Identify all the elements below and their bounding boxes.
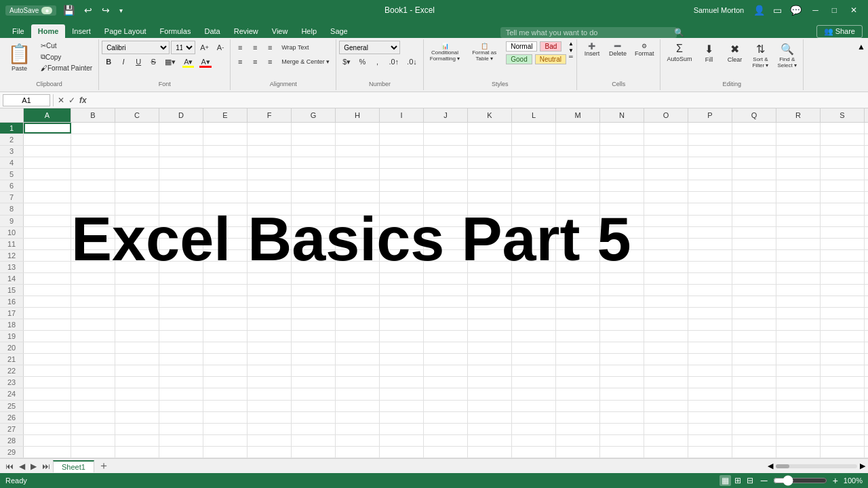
cell-E7[interactable]: [203, 192, 248, 203]
cell-I22[interactable]: [380, 365, 424, 376]
ribbon-collapse[interactable]: ▲: [854, 39, 868, 90]
cell-H4[interactable]: [336, 157, 380, 168]
cell-G3[interactable]: [292, 146, 336, 157]
cell-C6[interactable]: [115, 180, 159, 191]
cell-D16[interactable]: [159, 296, 203, 307]
new-sheet-button[interactable]: ＋: [94, 459, 113, 473]
cell-M27[interactable]: [556, 424, 600, 434]
cell-F3[interactable]: [248, 146, 292, 157]
cell-F15[interactable]: [248, 285, 292, 296]
cell-K1[interactable]: [468, 123, 512, 134]
cell-T26[interactable]: [865, 412, 868, 423]
cell-M18[interactable]: [556, 319, 600, 330]
formula-function-button[interactable]: fx: [78, 96, 88, 105]
cell-P2[interactable]: [688, 134, 732, 145]
cell-T6[interactable]: [865, 180, 868, 191]
cell-O6[interactable]: [644, 180, 688, 191]
cell-L14[interactable]: [512, 273, 556, 284]
cell-T29[interactable]: [865, 447, 868, 458]
cell-F17[interactable]: [248, 308, 292, 319]
cell-B18[interactable]: [71, 319, 115, 330]
cell-Q12[interactable]: [732, 250, 776, 261]
cell-M20[interactable]: [556, 342, 600, 353]
share-button[interactable]: 👥 Share: [816, 25, 863, 38]
cell-E23[interactable]: [203, 377, 248, 388]
percent-button[interactable]: %: [355, 55, 369, 68]
cell-R25[interactable]: [776, 401, 821, 411]
cell-E19[interactable]: [203, 331, 248, 342]
cell-C3[interactable]: [115, 146, 159, 157]
cell-P8[interactable]: [688, 203, 732, 214]
cell-A3[interactable]: [24, 146, 71, 157]
row-num-14[interactable]: 14: [0, 273, 24, 284]
cell-I24[interactable]: [380, 388, 424, 399]
align-top-right-button[interactable]: ≡: [263, 41, 277, 54]
cell-M17[interactable]: [556, 308, 600, 319]
quick-access-dropdown[interactable]: ▾: [117, 5, 125, 16]
cell-N7[interactable]: [600, 192, 644, 203]
cell-A17[interactable]: [24, 308, 71, 319]
cell-E15[interactable]: [203, 285, 248, 296]
ribbon-collapse-button[interactable]: ▲: [857, 42, 865, 52]
cell-N3[interactable]: [600, 146, 644, 157]
cell-L17[interactable]: [512, 308, 556, 319]
cell-L3[interactable]: [512, 146, 556, 157]
cell-B21[interactable]: [71, 354, 115, 365]
cell-A20[interactable]: [24, 342, 71, 353]
cell-E22[interactable]: [203, 365, 248, 376]
cell-O16[interactable]: [644, 296, 688, 307]
cell-E1[interactable]: [203, 123, 248, 134]
cell-T11[interactable]: [865, 239, 868, 249]
cell-R5[interactable]: [776, 169, 821, 180]
cell-Q23[interactable]: [732, 377, 776, 388]
cell-F29[interactable]: [248, 447, 292, 458]
cell-D23[interactable]: [159, 377, 203, 388]
cell-S28[interactable]: [821, 435, 865, 446]
cell-R4[interactable]: [776, 157, 821, 168]
cell-P21[interactable]: [688, 354, 732, 365]
cell-N20[interactable]: [600, 342, 644, 353]
cell-C4[interactable]: [115, 157, 159, 168]
cell-C1[interactable]: [115, 123, 159, 134]
search-input[interactable]: [500, 27, 677, 38]
cell-B15[interactable]: [71, 285, 115, 296]
cell-F16[interactable]: [248, 296, 292, 307]
tab-data[interactable]: Data: [197, 24, 226, 38]
cell-O26[interactable]: [644, 412, 688, 423]
cell-G7[interactable]: [292, 192, 336, 203]
cell-F5[interactable]: [248, 169, 292, 180]
col-header-B[interactable]: B: [71, 108, 115, 122]
cell-N16[interactable]: [600, 296, 644, 307]
cell-E6[interactable]: [203, 180, 248, 191]
cell-M14[interactable]: [556, 273, 600, 284]
cell-J17[interactable]: [424, 308, 468, 319]
cell-H7[interactable]: [336, 192, 380, 203]
col-header-I[interactable]: I: [380, 108, 424, 122]
cell-E18[interactable]: [203, 319, 248, 330]
cell-O10[interactable]: [644, 227, 688, 238]
cell-T13[interactable]: [865, 262, 868, 272]
styles-scroll-more[interactable]: ═: [568, 54, 574, 60]
row-num-18[interactable]: 18: [0, 319, 24, 330]
borders-button[interactable]: ▦▾: [161, 55, 179, 68]
cell-B17[interactable]: [71, 308, 115, 319]
formula-cancel-button[interactable]: ✕: [56, 96, 66, 105]
cell-E20[interactable]: [203, 342, 248, 353]
row-num-24[interactable]: 24: [0, 388, 24, 399]
cell-B1[interactable]: [71, 123, 115, 134]
decimal-inc-button[interactable]: .0↑: [385, 55, 402, 68]
row-num-8[interactable]: 8: [0, 203, 24, 214]
cell-R11[interactable]: [776, 239, 821, 249]
cell-R29[interactable]: [776, 447, 821, 458]
cell-E24[interactable]: [203, 388, 248, 399]
cell-F25[interactable]: [248, 401, 292, 411]
cell-R20[interactable]: [776, 342, 821, 353]
cell-T16[interactable]: [865, 296, 868, 307]
cell-D6[interactable]: [159, 180, 203, 191]
row-num-29[interactable]: 29: [0, 447, 24, 458]
cell-I19[interactable]: [380, 331, 424, 342]
cell-D29[interactable]: [159, 447, 203, 458]
cell-S18[interactable]: [821, 319, 865, 330]
cell-I4[interactable]: [380, 157, 424, 168]
cell-B5[interactable]: [71, 169, 115, 180]
